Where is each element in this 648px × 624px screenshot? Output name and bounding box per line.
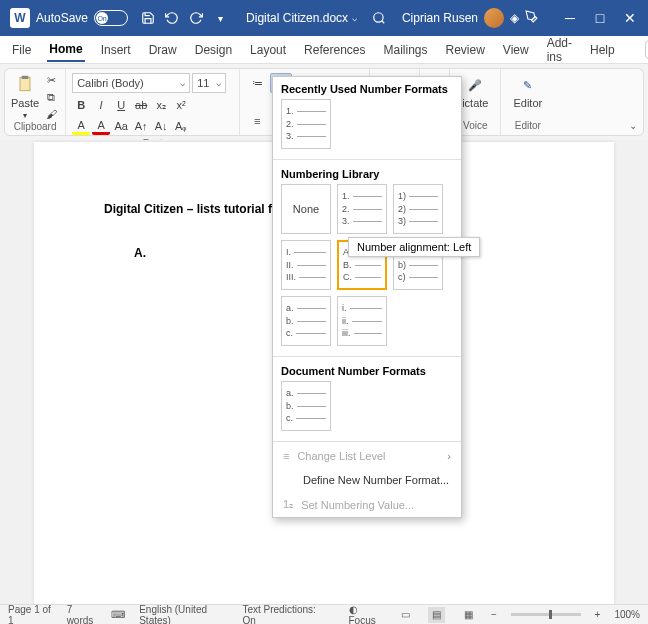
- set-numbering-value[interactable]: 1₂ Set Numbering Value...: [273, 492, 461, 517]
- define-new-format[interactable]: Define New Number Format...: [273, 468, 461, 492]
- focus-mode[interactable]: ◐ Focus: [349, 604, 383, 625]
- editor-button[interactable]: ✎ Editor: [507, 73, 548, 111]
- font-color-button[interactable]: A: [92, 117, 110, 135]
- tab-insert[interactable]: Insert: [99, 39, 133, 61]
- save-icon[interactable]: [140, 10, 156, 26]
- align-left-button[interactable]: ≡: [246, 111, 268, 131]
- tab-design[interactable]: Design: [193, 39, 234, 61]
- paste-button[interactable]: Paste ▾: [11, 73, 39, 121]
- doc-name-text: Digital Citizen.docx: [246, 11, 348, 25]
- copy-icon[interactable]: ⧉: [43, 90, 59, 104]
- change-case-button[interactable]: Aa: [112, 117, 130, 135]
- grow-font-button[interactable]: A↑: [132, 117, 150, 135]
- tab-draw[interactable]: Draw: [147, 39, 179, 61]
- search-button[interactable]: [366, 5, 392, 31]
- numbering-dropdown: Recently Used Number Formats 1. 2. 3. Nu…: [272, 76, 462, 518]
- quick-access-toolbar: ▾: [140, 10, 228, 26]
- user-account[interactable]: Ciprian Rusen ◈: [402, 8, 538, 28]
- editor-group-label: Editor: [507, 120, 548, 131]
- toggle-track[interactable]: On: [94, 10, 128, 26]
- format-roman-upper[interactable]: I. II. III.: [281, 240, 331, 290]
- tab-help[interactable]: Help: [588, 39, 617, 61]
- print-layout-button[interactable]: ▤: [428, 607, 445, 623]
- strike-button[interactable]: ab: [132, 96, 150, 114]
- premium-icon[interactable]: ◈: [510, 11, 519, 25]
- qat-dropdown-icon[interactable]: ▾: [212, 10, 228, 26]
- font-name-select[interactable]: Calibri (Body)⌵: [72, 73, 190, 93]
- svg-rect-2: [20, 77, 30, 90]
- tab-mailings[interactable]: Mailings: [381, 39, 429, 61]
- web-layout-button[interactable]: ▦: [459, 607, 476, 623]
- chevron-right-icon: ›: [447, 450, 451, 462]
- read-mode-button[interactable]: ▭: [397, 607, 414, 623]
- autosave-label: AutoSave: [36, 11, 88, 25]
- page-indicator[interactable]: Page 1 of 1: [8, 604, 53, 625]
- format-decimal-paren[interactable]: 1) 2) 3): [393, 184, 443, 234]
- undo-icon[interactable]: [164, 10, 180, 26]
- text-predictions[interactable]: Text Predictions: On: [242, 604, 320, 625]
- underline-button[interactable]: U: [112, 96, 130, 114]
- tab-addins[interactable]: Add-ins: [545, 32, 574, 68]
- tab-layout[interactable]: Layout: [248, 39, 288, 61]
- change-list-level[interactable]: ≡ Change List Level ›: [273, 444, 461, 468]
- clipboard-icon: [15, 73, 35, 95]
- format-doc-alpha-lower[interactable]: a. b. c.: [281, 381, 331, 431]
- chevron-down-icon: ▾: [23, 111, 27, 120]
- format-recent-decimal[interactable]: 1. 2. 3.: [281, 99, 331, 149]
- toggle-knob: On: [96, 12, 108, 24]
- window-controls: ─ □ ✕: [556, 4, 644, 32]
- italic-button[interactable]: I: [92, 96, 110, 114]
- chevron-down-icon: ⌵: [352, 13, 357, 23]
- font-name-text: Calibri (Body): [77, 77, 144, 89]
- tooltip: Number alignment: Left: [348, 237, 480, 257]
- format-alpha-lower[interactable]: a. b. c.: [281, 296, 331, 346]
- ribbon-tabs: File Home Insert Draw Design Layout Refe…: [0, 36, 648, 64]
- font-size-select[interactable]: 11⌵: [192, 73, 226, 93]
- bold-button[interactable]: B: [72, 96, 90, 114]
- tab-home[interactable]: Home: [47, 38, 84, 62]
- collapse-ribbon-button[interactable]: ⌄: [629, 120, 637, 131]
- font-group: Calibri (Body)⌵ 11⌵ B I U ab x₂ x² A A A…: [66, 69, 240, 135]
- maximize-button[interactable]: □: [586, 4, 614, 32]
- tab-references[interactable]: References: [302, 39, 367, 61]
- app-icon: W: [10, 8, 30, 28]
- zoom-out-button[interactable]: −: [491, 609, 497, 620]
- avatar: [484, 8, 504, 28]
- redo-icon[interactable]: [188, 10, 204, 26]
- zoom-level[interactable]: 100%: [614, 609, 640, 620]
- editor-icon: ✎: [518, 75, 538, 95]
- shrink-font-button[interactable]: A↓: [152, 117, 170, 135]
- dictate-label: ictate: [462, 97, 488, 109]
- clipboard-group: Paste ▾ ✂ ⧉ 🖌 Clipboard: [5, 69, 66, 135]
- doc-formats-title: Document Number Formats: [273, 359, 461, 381]
- format-roman-lower[interactable]: i. ii. iii.: [337, 296, 387, 346]
- cut-icon[interactable]: ✂: [43, 73, 59, 87]
- bullets-button[interactable]: ≔: [246, 73, 268, 93]
- word-count[interactable]: 7 words: [67, 604, 98, 625]
- minimize-button[interactable]: ─: [556, 4, 584, 32]
- autosave-toggle[interactable]: AutoSave On: [36, 10, 128, 26]
- zoom-in-button[interactable]: +: [595, 609, 601, 620]
- tab-file[interactable]: File: [10, 39, 33, 61]
- zoom-slider[interactable]: [511, 613, 581, 616]
- language-indicator[interactable]: English (United States): [139, 604, 228, 625]
- highlight-button[interactable]: A: [72, 117, 90, 135]
- zoom-thumb: [549, 610, 552, 619]
- editor-group: ✎ Editor Editor: [501, 69, 554, 135]
- clear-format-button[interactable]: Aᵩ: [172, 117, 190, 135]
- define-new-label: Define New Number Format...: [303, 474, 449, 486]
- tab-review[interactable]: Review: [444, 39, 487, 61]
- status-bar: Page 1 of 1 7 words ⌨ English (United St…: [0, 604, 648, 624]
- spell-check-icon[interactable]: ⌨: [111, 609, 125, 620]
- format-none[interactable]: None: [281, 184, 331, 234]
- change-level-label: Change List Level: [297, 450, 385, 462]
- tab-view[interactable]: View: [501, 39, 531, 61]
- paste-label: Paste: [11, 97, 39, 109]
- format-painter-icon[interactable]: 🖌: [43, 107, 59, 121]
- subscript-button[interactable]: x₂: [152, 96, 170, 114]
- superscript-button[interactable]: x²: [172, 96, 190, 114]
- document-name[interactable]: Digital Citizen.docx ⌵: [246, 11, 357, 25]
- close-button[interactable]: ✕: [616, 4, 644, 32]
- format-decimal[interactable]: 1. 2. 3.: [337, 184, 387, 234]
- pen-icon[interactable]: [525, 10, 538, 26]
